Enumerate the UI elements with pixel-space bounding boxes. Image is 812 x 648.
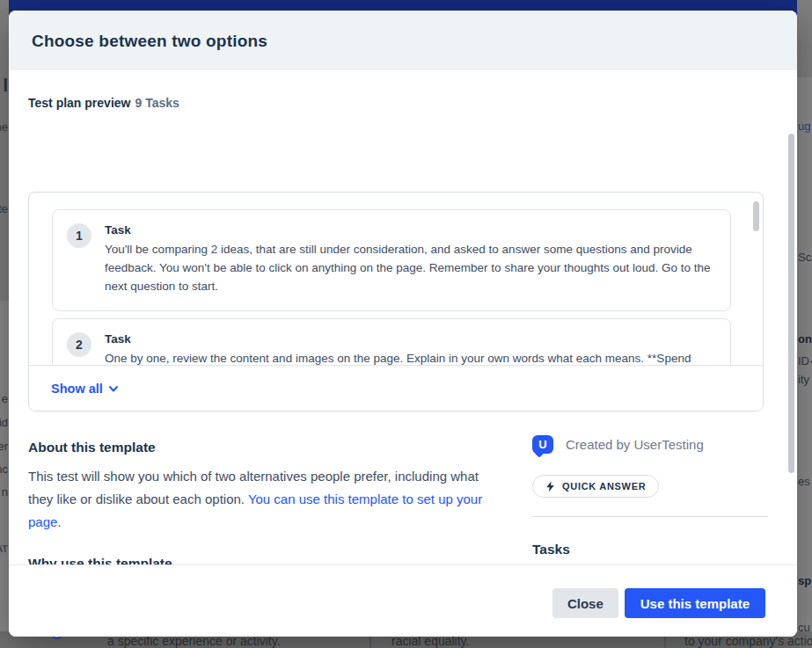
backdrop-left-edge-text: lneteeiderncnAT — [0, 0, 9, 648]
task-content: Task One by one, review the content and … — [105, 332, 716, 367]
test-plan-preview-heading: Test plan preview9 Tasks — [28, 96, 179, 110]
about-paragraph: This test will show you which of two alt… — [28, 465, 498, 534]
use-this-template-button[interactable]: Use this template — [625, 588, 765, 618]
modal-footer: Close Use this template — [9, 564, 797, 637]
close-button[interactable]: Close — [552, 588, 618, 618]
divider — [532, 516, 768, 517]
task-list-scrollbar[interactable] — [753, 201, 759, 231]
backdrop-text-fragment: e — [2, 392, 8, 405]
backdrop-text-fragment: id — [0, 416, 8, 429]
template-preview-modal: Choose between two options Test plan pre… — [9, 11, 797, 637]
modal-scrollbar[interactable] — [788, 134, 794, 473]
task-list-panel: 1 Task You'll be comparing 2 ideas, that… — [28, 192, 764, 411]
task-scroll-area[interactable]: 1 Task You'll be comparing 2 ideas, that… — [29, 193, 763, 367]
backdrop-text-fragment: n — [2, 485, 8, 499]
backdrop-text-fragment: on — [798, 332, 812, 346]
backdrop-text-fragment: AT — [0, 543, 8, 554]
task-count-badge: 9 Tasks — [135, 96, 179, 110]
show-all-link[interactable]: Show all — [51, 382, 119, 396]
backdrop-text-fragment: er — [0, 440, 8, 453]
backdrop-right-edge-text: ugSconID-ityesspcu — [798, 0, 812, 648]
task-number-badge: 2 — [67, 332, 91, 357]
about-heading: About this template — [28, 440, 498, 455]
backdrop-text-fragment: sp — [798, 574, 811, 587]
lightning-bolt-icon — [545, 481, 555, 492]
modal-title: Choose between two options — [32, 32, 797, 51]
backdrop-text-fragment: te — [0, 202, 8, 215]
task-description: You'll be comparing 2 ideas, that are st… — [105, 240, 712, 295]
quick-answer-label: QUICK ANSWER — [562, 481, 646, 491]
usertesting-logo-icon: U — [532, 435, 553, 454]
show-all-row: Show all — [29, 365, 763, 411]
quick-answer-badge: QUICK ANSWER — [532, 475, 659, 498]
backdrop-text-fragment: ity — [798, 373, 809, 386]
backdrop-text-fragment: l — [3, 76, 8, 96]
task-number-badge: 1 — [67, 223, 91, 248]
modal-header: Choose between two options — [9, 11, 797, 70]
task-card: 1 Task You'll be comparing 2 ideas, that… — [52, 209, 731, 311]
backdrop-text-fragment: Sc — [798, 251, 811, 264]
task-description: One by one, review the content and image… — [105, 349, 712, 367]
backdrop-text-fragment: es — [798, 475, 810, 488]
modal-body: Test plan preview9 Tasks 1 Task You'll b… — [9, 70, 797, 564]
test-plan-preview-label: Test plan preview — [28, 96, 130, 110]
about-text-period: . — [57, 514, 61, 529]
backdrop-text-fragment: ug — [798, 120, 810, 133]
task-content: Task You'll be comparing 2 ideas, that a… — [105, 223, 716, 297]
tasks-stat-label: Tasks — [532, 542, 768, 557]
creator-row: U Created by UserTesting — [532, 435, 768, 454]
backdrop-text-fragment: cu — [798, 621, 810, 634]
task-type-label: Task — [105, 332, 716, 346]
backdrop-text-fragment: ID- — [798, 354, 812, 368]
show-all-label: Show all — [51, 382, 103, 396]
backdrop-text-fragment: nc — [0, 462, 8, 476]
backdrop-text-fragment: ne — [0, 120, 8, 134]
task-type-label: Task — [105, 223, 716, 237]
task-card: 2 Task One by one, review the content an… — [52, 318, 731, 367]
chevron-down-icon — [108, 383, 119, 394]
creator-label: Created by UserTesting — [566, 437, 704, 452]
